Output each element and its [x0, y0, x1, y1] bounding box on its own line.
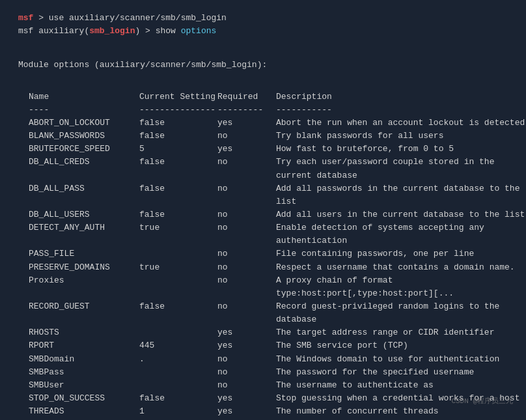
- row-setting: false: [139, 182, 217, 208]
- empty-line-1: [18, 38, 526, 51]
- section-header: Module options (auxiliary/scanner/smb/sm…: [18, 59, 526, 72]
- row-name: PASS_FILE: [29, 247, 139, 260]
- row-setting: false: [139, 130, 217, 143]
- row-name: STOP_ON_SUCCESS: [29, 392, 139, 405]
- table-row: BLANK_PASSWORDSfalsenoTry blank password…: [29, 130, 526, 143]
- sep-required: ---------: [217, 104, 276, 117]
- options-table: Name Current Setting Required Descriptio…: [29, 91, 526, 420]
- row-required: yes: [217, 326, 276, 339]
- row-required: no: [217, 261, 276, 274]
- table-rows: ABORT_ON_LOCKOUTfalseyesAbort the run wh…: [29, 117, 526, 420]
- row-name: SMBUser: [29, 379, 139, 392]
- col-header-required: Required: [217, 91, 276, 104]
- table-row: THREADS1yesThe number of concurrent thre…: [29, 405, 526, 418]
- prompt-auxiliary: msf auxiliary(: [18, 25, 89, 38]
- table-row: DETECT_ANY_AUTHtruenoEnable detection of…: [29, 221, 526, 247]
- prompt-suffix: ) >: [135, 25, 155, 38]
- row-setting: [139, 247, 217, 260]
- row-description: The SMB service port (TCP): [276, 339, 526, 352]
- col-header-name: Name: [29, 91, 139, 104]
- row-setting: false: [139, 156, 217, 182]
- row-description: A proxy chain of format type:host:port[,…: [276, 274, 526, 300]
- row-required: no: [217, 353, 276, 366]
- row-required: no: [217, 274, 276, 300]
- col-header-setting: Current Setting: [139, 91, 217, 104]
- row-required: yes: [217, 405, 276, 418]
- row-name: Proxies: [29, 274, 139, 300]
- cmd-options: options: [181, 25, 217, 38]
- table-row: DB_ALL_PASSfalsenoAdd all passwords in t…: [29, 182, 526, 208]
- row-required: no: [217, 300, 276, 326]
- cmd-use: use auxiliary/scanner/smb/smb_login: [49, 12, 227, 25]
- row-required: no: [217, 247, 276, 260]
- row-required: yes: [217, 339, 276, 352]
- row-name: DETECT_ANY_AUTH: [29, 221, 139, 247]
- row-setting: false: [139, 392, 217, 405]
- row-name: BRUTEFORCE_SPEED: [29, 143, 139, 156]
- sep-name: ----: [29, 104, 139, 117]
- table-row: SMBDomain.noThe Windows domain to use fo…: [29, 353, 526, 366]
- row-name: DB_ALL_CREDS: [29, 156, 139, 182]
- row-setting: 1: [139, 405, 217, 418]
- row-name: BLANK_PASSWORDS: [29, 130, 139, 143]
- table-row: PRESERVE_DOMAINStruenoRespect a username…: [29, 261, 526, 274]
- prompt-msf-1: msf: [18, 12, 33, 25]
- table-row: SMBUsernoThe username to authenticate as: [29, 379, 526, 392]
- row-required: no: [217, 182, 276, 208]
- row-description: Add all passwords in the current databas…: [276, 182, 526, 208]
- row-description: How fast to bruteforce, from 0 to 5: [276, 143, 526, 156]
- row-required: yes: [217, 117, 276, 130]
- row-setting: [139, 326, 217, 339]
- row-description: Enable detection of systems accepting an…: [276, 221, 526, 247]
- row-name: SMBDomain: [29, 353, 139, 366]
- table-row: SMBPassnoThe password for the specified …: [29, 366, 526, 379]
- table-row: RPORT445yesThe SMB service port (TCP): [29, 339, 526, 352]
- row-description: The username to authenticate as: [276, 379, 526, 392]
- row-description: Try blank passwords for all users: [276, 130, 526, 143]
- row-description: The Windows domain to use for authentica…: [276, 353, 526, 366]
- table-row: RHOSTSyesThe target address range or CID…: [29, 326, 526, 339]
- row-name: RHOSTS: [29, 326, 139, 339]
- table-row: PASS_FILEnoFile containing passwords, on…: [29, 247, 526, 260]
- table-row: ProxiesnoA proxy chain of format type:ho…: [29, 274, 526, 300]
- watermark: CSDN @程序员三九: [451, 396, 513, 407]
- table-separator-row: ---- --------------- --------- ---------…: [29, 104, 526, 117]
- row-description: File containing passwords, one per line: [276, 247, 526, 260]
- row-setting: false: [139, 208, 217, 221]
- row-required: no: [217, 379, 276, 392]
- row-required: yes: [217, 392, 276, 405]
- row-required: no: [217, 130, 276, 143]
- row-setting: .: [139, 353, 217, 366]
- row-setting: false: [139, 117, 217, 130]
- row-name: THREADS: [29, 405, 139, 418]
- command-line-1: msf > use auxiliary/scanner/smb/smb_logi…: [18, 12, 526, 25]
- prompt-arrow-1: >: [33, 12, 48, 25]
- row-setting: true: [139, 261, 217, 274]
- row-name: SMBPass: [29, 366, 139, 379]
- sep-desc: -----------: [276, 104, 526, 117]
- row-description: Try each user/password couple stored in …: [276, 156, 526, 182]
- row-required: no: [217, 156, 276, 182]
- row-setting: 5: [139, 143, 217, 156]
- row-name: RECORD_GUEST: [29, 300, 139, 326]
- table-row: DB_ALL_CREDSfalsenoTry each user/passwor…: [29, 156, 526, 182]
- terminal-window: msf > use auxiliary/scanner/smb/smb_logi…: [10, 7, 526, 420]
- row-description: The number of concurrent threads: [276, 405, 526, 418]
- command-line-2: msf auxiliary( smb_login ) > show option…: [18, 25, 526, 38]
- row-description: Record guest-privileged random logins to…: [276, 300, 526, 326]
- row-name: DB_ALL_PASS: [29, 182, 139, 208]
- row-required: yes: [217, 143, 276, 156]
- row-name: RPORT: [29, 339, 139, 352]
- sep-setting: ---------------: [139, 104, 217, 117]
- table-row: DB_ALL_USERSfalsenoAdd all users in the …: [29, 208, 526, 221]
- row-setting: [139, 274, 217, 300]
- row-setting: [139, 366, 217, 379]
- row-description: Add all users in the current database to…: [276, 208, 526, 221]
- row-required: no: [217, 366, 276, 379]
- row-description: Abort the run when an account lockout is…: [276, 117, 526, 130]
- cmd-show: show: [156, 25, 181, 38]
- row-name: DB_ALL_USERS: [29, 208, 139, 221]
- row-required: no: [217, 208, 276, 221]
- module-name: smb_login: [89, 25, 135, 38]
- row-name: PRESERVE_DOMAINS: [29, 261, 139, 274]
